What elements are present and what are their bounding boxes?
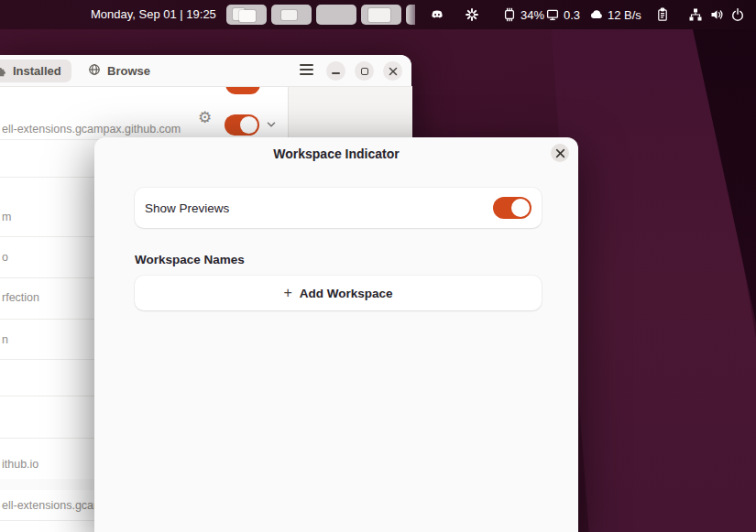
tab-installed-label: Installed [13, 64, 61, 78]
maximize-button[interactable] [355, 61, 374, 81]
close-button[interactable] [383, 61, 402, 81]
workspace-preview-5-partial[interactable] [406, 5, 415, 25]
extension-row-fragment[interactable]: ithub.io [2, 458, 38, 471]
extension-toggle[interactable] [225, 114, 259, 136]
dialog-title: Workspace Indicator [94, 147, 578, 161]
menu-icon[interactable] [300, 64, 313, 75]
display-value: 0.3 [564, 8, 580, 22]
add-workspace-button[interactable]: + Add Workspace [135, 276, 542, 310]
show-previews-row[interactable]: Show Previews [135, 188, 542, 228]
add-workspace-label: Add Workspace [300, 287, 393, 300]
cloud-icon [589, 7, 604, 22]
globe-icon [88, 63, 101, 79]
extension-domain: ell-extensions.gcampax.github.com [2, 123, 181, 136]
extension-row-fragment[interactable]: rfection [2, 291, 39, 304]
workspace-window-thumb [239, 10, 256, 22]
maximize-icon [361, 68, 368, 75]
network-speed-value: 12 B/s [608, 8, 641, 22]
dialog-close-button[interactable] [551, 144, 569, 162]
discord-icon[interactable] [430, 7, 444, 22]
tab-browse-label: Browse [107, 64, 150, 78]
headerbar: Installed Browse [0, 55, 411, 87]
pinwheel-icon[interactable] [465, 7, 479, 22]
extension-row-fragment[interactable]: m [2, 211, 11, 223]
show-previews-toggle[interactable] [493, 197, 531, 219]
clock-menu[interactable]: Monday, Sep 01 | 19:25 [91, 7, 216, 21]
display-indicator[interactable]: 0.3 [545, 7, 580, 22]
workspace-preview-3[interactable] [316, 5, 356, 25]
workspace-switcher [226, 5, 415, 25]
network-speed-indicator[interactable]: 12 B/s [589, 7, 641, 22]
tab-installed[interactable]: Installed [0, 60, 71, 82]
cpu-usage-value: 34% [520, 8, 544, 22]
top-bar: Monday, Sep 01 | 19:25 [0, 0, 756, 29]
gear-icon[interactable]: ⚙ [198, 110, 212, 125]
show-previews-label: Show Previews [145, 201, 493, 215]
workspace-names-heading: Workspace Names [135, 253, 245, 266]
close-icon [389, 67, 398, 76]
cpu-chip-icon [502, 7, 517, 22]
network-tree-icon[interactable] [688, 7, 703, 22]
minimize-button[interactable] [326, 61, 345, 81]
desktop-screen: Monday, Sep 01 | 19:25 [0, 0, 756, 532]
toggle-knob [511, 199, 530, 217]
workspace-preview-1[interactable] [226, 5, 267, 25]
tab-browse[interactable]: Browse [88, 60, 150, 82]
workspace-preview-4[interactable] [361, 5, 401, 25]
toggle-knob [240, 116, 257, 134]
minimize-icon [332, 72, 340, 74]
puzzle-piece-icon [0, 64, 8, 78]
display-icon [545, 7, 560, 22]
extension-row-fragment[interactable]: o [2, 251, 8, 264]
volume-icon[interactable] [709, 7, 724, 22]
workspace-window-thumb [281, 10, 297, 20]
workspace-indicator-dialog: Workspace Indicator Show Previews Worksp… [94, 137, 578, 532]
plus-icon: + [283, 286, 291, 300]
extension-row-fragment[interactable]: n [2, 333, 8, 346]
cpu-indicator[interactable]: 34% [502, 7, 544, 22]
workspace-preview-2[interactable] [271, 5, 312, 25]
workspace-window-thumb [368, 8, 390, 22]
chevron-down-icon[interactable] [265, 118, 278, 135]
close-icon [555, 148, 565, 158]
power-icon[interactable] [730, 7, 745, 22]
extension-toggle-partial[interactable] [225, 86, 260, 94]
clipboard-icon[interactable] [655, 7, 670, 22]
